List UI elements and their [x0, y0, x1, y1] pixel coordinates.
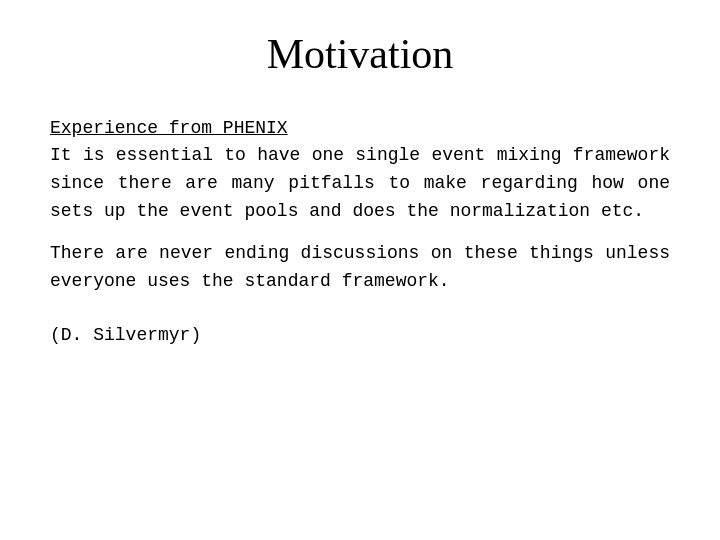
attribution: (D. Silvermyr) [50, 325, 670, 345]
slide-title: Motivation [50, 30, 670, 78]
title-area: Motivation [50, 30, 670, 78]
slide: Motivation Experience from PHENIX It is … [0, 0, 720, 540]
body-paragraph-1: It is essential to have one single event… [50, 142, 670, 226]
body-paragraph-2: There are never ending discussions on th… [50, 240, 670, 296]
content-area: Experience from PHENIX It is essential t… [50, 118, 670, 345]
section-header: Experience from PHENIX [50, 118, 670, 138]
